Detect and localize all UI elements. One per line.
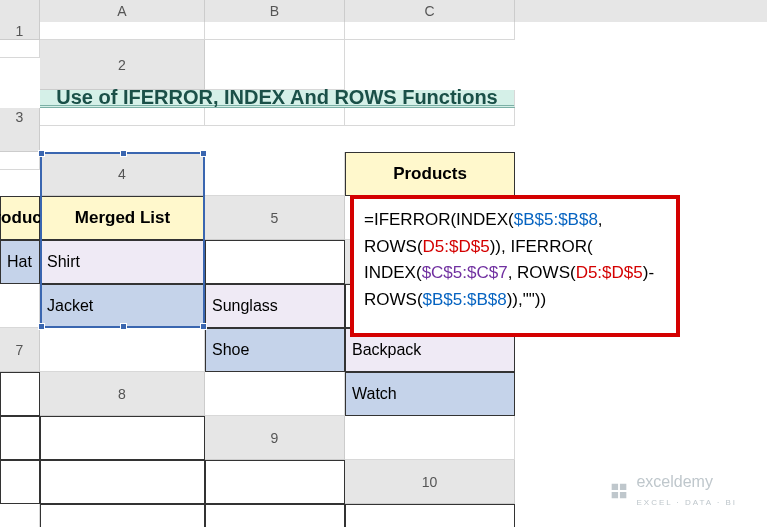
- watermark-text: exceldemy: [636, 473, 712, 490]
- cell-b9[interactable]: [0, 460, 40, 504]
- logo-icon: [608, 480, 630, 502]
- cell-b1[interactable]: [205, 22, 345, 40]
- row-header-10[interactable]: 10: [345, 460, 515, 504]
- formula-text: =IFERROR(INDEX(: [364, 210, 514, 229]
- column-headers: A B C D: [0, 0, 767, 22]
- cell-a6[interactable]: [0, 284, 40, 328]
- watermark-sub: EXCEL · DATA · BI: [636, 498, 737, 507]
- cell-a4[interactable]: [205, 152, 345, 196]
- cell-c3[interactable]: [345, 108, 515, 126]
- cell-b5[interactable]: Hat: [0, 240, 40, 284]
- row-header-2[interactable]: 2: [40, 40, 205, 90]
- row-header-9[interactable]: 9: [205, 416, 345, 460]
- cell-a2[interactable]: [205, 40, 345, 90]
- cell-c10[interactable]: [205, 504, 345, 527]
- header-d[interactable]: Merged List: [40, 196, 205, 240]
- cell-b6[interactable]: Jacket: [40, 284, 205, 328]
- cell-c6[interactable]: Sunglass: [205, 284, 345, 328]
- cell-b3[interactable]: [205, 108, 345, 126]
- col-header-c[interactable]: C: [345, 0, 515, 23]
- cell-c8[interactable]: [0, 416, 40, 460]
- cell-d8[interactable]: [40, 416, 205, 460]
- header-c[interactable]: Products: [0, 196, 40, 240]
- row-header-3[interactable]: 3: [0, 108, 40, 152]
- cell-a7[interactable]: [40, 328, 205, 372]
- cell-a8[interactable]: [205, 372, 345, 416]
- cell-b7[interactable]: Shoe: [205, 328, 345, 372]
- cell-b10[interactable]: [40, 504, 205, 527]
- cell-d3[interactable]: [0, 152, 40, 170]
- cell-a10[interactable]: [0, 504, 40, 527]
- cell-c9[interactable]: [40, 460, 205, 504]
- select-all-corner[interactable]: [0, 0, 40, 23]
- cell-b8[interactable]: Watch: [345, 372, 515, 416]
- header-b[interactable]: Products: [345, 152, 515, 196]
- row-header-1[interactable]: 1: [0, 22, 40, 40]
- col-header-b[interactable]: B: [205, 0, 345, 23]
- row-header-8[interactable]: 8: [40, 372, 205, 416]
- cell-d5[interactable]: [205, 240, 345, 284]
- title-cell[interactable]: Use of IFERROR, INDEX And ROWS Functions: [40, 90, 515, 108]
- cell-d1[interactable]: [0, 40, 40, 58]
- cell-a1[interactable]: [40, 22, 205, 40]
- cell-c5[interactable]: Shirt: [40, 240, 205, 284]
- formula-callout: =IFERROR(INDEX($B$5:$B$8, ROWS(D5:$D$5))…: [350, 195, 680, 337]
- cell-c1[interactable]: [345, 22, 515, 40]
- cell-d9[interactable]: [205, 460, 345, 504]
- row-header-5[interactable]: 5: [205, 196, 345, 240]
- row-header-7[interactable]: 7: [0, 328, 40, 372]
- cell-a3[interactable]: [40, 108, 205, 126]
- cell-d10[interactable]: [345, 504, 515, 527]
- col-header-a[interactable]: A: [40, 0, 205, 23]
- row-header-4[interactable]: 4: [40, 152, 205, 196]
- watermark: exceldemy EXCEL · DATA · BI: [608, 473, 737, 509]
- cell-a9[interactable]: [345, 416, 515, 460]
- cell-d7[interactable]: [0, 372, 40, 416]
